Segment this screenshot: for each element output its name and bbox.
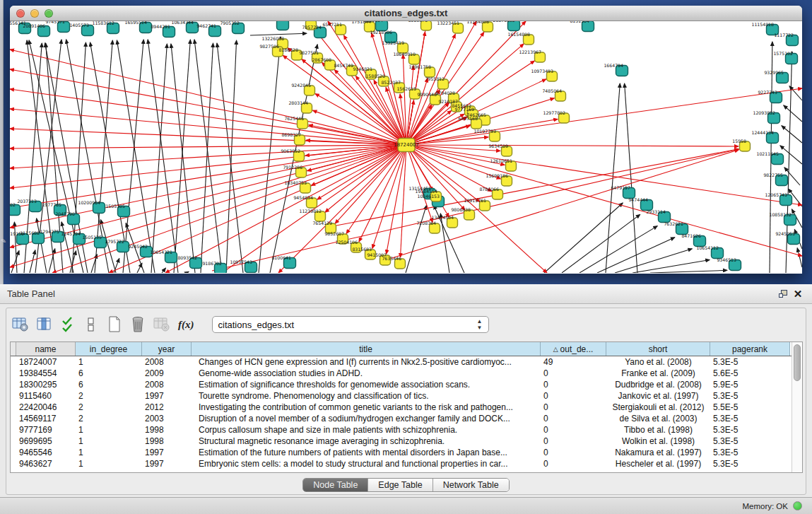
cell-year[interactable]: 1998	[142, 425, 192, 435]
black-citation-edge[interactable]	[784, 105, 802, 122]
cell-pagerank[interactable]: 5.3E-5	[710, 436, 790, 446]
citation-node-teal[interactable]	[508, 21, 520, 31]
cell-short[interactable]: Franke et al. (2009)	[606, 368, 710, 378]
cell-pagerank[interactable]: 5.5E-5	[710, 402, 790, 412]
row-height-icon[interactable]	[83, 315, 99, 334]
cell-name[interactable]: 18300295	[16, 380, 76, 390]
black-citation-edge[interactable]	[137, 263, 142, 273]
table-row[interactable]: 1830029562008Estimation of significance …	[11, 379, 792, 390]
tab-node-table[interactable]: Node Table	[303, 479, 368, 491]
black-citation-edge[interactable]	[406, 206, 426, 273]
column-header-year[interactable]: year	[142, 342, 192, 356]
black-citation-edge[interactable]	[544, 203, 623, 273]
cell-out_degree[interactable]: 49	[541, 357, 606, 367]
cell-title[interactable]: Embryonic stem cells: a model to study s…	[192, 459, 541, 469]
black-citation-edge[interactable]	[30, 250, 35, 273]
table-row[interactable]: 1938455462009Genome-wide association stu…	[11, 368, 792, 379]
cell-year[interactable]: 2009	[142, 368, 192, 378]
cell-pagerank[interactable]: 5.6E-5	[710, 368, 790, 378]
cell-short[interactable]: Tibbo et al. (1998)	[606, 425, 710, 435]
column-header-pagerank[interactable]: pagerank	[710, 342, 790, 356]
red-citation-edge[interactable]	[309, 125, 406, 145]
table-row[interactable]: 911546021997Tourette syndrome. Phenomeno…	[11, 390, 792, 402]
cell-year[interactable]: 1997	[142, 448, 192, 457]
cell-name[interactable]: 19384554	[16, 368, 76, 378]
cell-title[interactable]: Estimation of the future numbers of pati…	[192, 448, 541, 457]
cell-pagerank[interactable]: 5.3E-5	[710, 391, 790, 401]
column-chooser-icon[interactable]	[37, 315, 52, 334]
black-citation-edge[interactable]	[162, 268, 165, 273]
cell-in_degree[interactable]: 6	[76, 368, 142, 378]
cell-title[interactable]: Corpus callosum shape and size in male p…	[192, 425, 541, 435]
cell-out_degree[interactable]: 0	[541, 436, 606, 446]
black-citation-edge[interactable]	[797, 248, 802, 267]
table-select-dropdown[interactable]: citations_edges.txt▲▼	[212, 316, 489, 333]
table-row[interactable]: 1456911722003Disruption of a novel membe…	[11, 413, 792, 424]
cell-pagerank[interactable]: 5.3E-5	[710, 425, 790, 435]
red-citation-edge[interactable]	[406, 145, 547, 273]
red-citation-edge[interactable]	[10, 145, 406, 148]
red-citation-edge[interactable]	[311, 145, 406, 185]
cell-out_degree[interactable]: 0	[541, 391, 606, 401]
cell-pagerank[interactable]: 5.3E-5	[710, 357, 790, 367]
cell-year[interactable]: 1997	[142, 391, 192, 401]
cell-short[interactable]: Stergiakouli et al. (2012)	[606, 402, 710, 412]
cell-year[interactable]: 2003	[142, 414, 192, 424]
cell-year[interactable]: 2008	[142, 380, 192, 390]
red-citation-edge[interactable]	[325, 145, 406, 212]
delete-trash-icon[interactable]	[130, 315, 146, 334]
cell-year[interactable]: 1997	[142, 459, 192, 469]
red-citation-edge[interactable]	[406, 145, 739, 146]
table-row[interactable]: 969969511998Structural magnetic resonanc…	[11, 436, 792, 447]
black-citation-edge[interactable]	[148, 40, 178, 273]
cell-pagerank[interactable]: 5.9E-5	[710, 380, 790, 390]
black-citation-edge[interactable]	[151, 44, 167, 273]
cell-pagerank[interactable]: 5.3E-5	[710, 448, 790, 457]
cell-in_degree[interactable]: 1	[76, 459, 142, 469]
red-citation-edge[interactable]	[335, 145, 406, 223]
network-canvas[interactable]: 1255614120891406974537114055731158361216…	[10, 21, 802, 273]
cell-name[interactable]: 9699695	[16, 436, 76, 446]
table-settings-icon[interactable]	[12, 315, 29, 334]
black-citation-edge[interactable]	[782, 126, 802, 143]
function-icon[interactable]: f(x)	[178, 315, 194, 334]
cell-title[interactable]: Estimation of significance thresholds fo…	[192, 380, 541, 390]
red-citation-edge[interactable]	[406, 145, 802, 205]
cell-short[interactable]: Wolkin et al. (1998)	[606, 436, 710, 446]
table-row[interactable]: 946554611997Estimation of the future num…	[11, 447, 792, 458]
cell-short[interactable]: Hescheler et al. (1997)	[606, 459, 710, 469]
cell-in_degree[interactable]: 1	[76, 425, 142, 435]
red-citation-edge[interactable]	[10, 145, 406, 267]
cell-title[interactable]: Tourette syndrome. Phenomenology and cla…	[192, 391, 541, 401]
black-citation-edge[interactable]	[174, 40, 190, 273]
cell-in_degree[interactable]: 2	[76, 402, 142, 412]
cell-year[interactable]: 2008	[142, 357, 192, 367]
scrollbar-thumb[interactable]	[794, 344, 801, 381]
cell-pagerank[interactable]: 5.3E-5	[710, 459, 790, 469]
table-row[interactable]: 946362711997Embryonic stem cells: a mode…	[11, 458, 792, 469]
cell-year[interactable]: 1998	[142, 436, 192, 446]
cell-in_degree[interactable]: 1	[76, 357, 142, 367]
cell-title[interactable]: Structural magnetic resonance image aver…	[192, 436, 541, 446]
cell-name[interactable]: 18724007	[16, 357, 76, 367]
new-table-icon[interactable]	[107, 315, 122, 334]
cell-title[interactable]: Changes of HCN gene expression and I(f) …	[192, 357, 541, 367]
cell-out_degree[interactable]: 0	[541, 368, 606, 378]
cell-short[interactable]: Dudbridge et al. (2008)	[606, 380, 710, 390]
cell-out_degree[interactable]: 0	[541, 425, 606, 435]
tab-network-table[interactable]: Network Table	[433, 479, 509, 491]
citation-node-teal[interactable]	[277, 21, 289, 30]
cell-year[interactable]: 2012	[142, 402, 192, 412]
column-header-out_degree[interactable]: △out_de...	[541, 342, 606, 356]
cell-in_degree[interactable]: 2	[76, 391, 142, 401]
cell-out_degree[interactable]: 0	[541, 380, 606, 390]
column-header-title[interactable]: title	[192, 342, 541, 356]
cell-in_degree[interactable]: 1	[76, 448, 142, 457]
column-header-name[interactable]: name	[16, 342, 76, 356]
cell-title[interactable]: Disruption of a novel member of a sodium…	[192, 414, 541, 424]
cell-out_degree[interactable]: 0	[541, 459, 606, 469]
black-citation-edge[interactable]	[187, 271, 189, 273]
cell-title[interactable]: Genome-wide association studies in ADHD.	[192, 368, 541, 378]
vertical-scrollbar[interactable]	[792, 342, 802, 472]
cell-out_degree[interactable]: 0	[541, 414, 606, 424]
